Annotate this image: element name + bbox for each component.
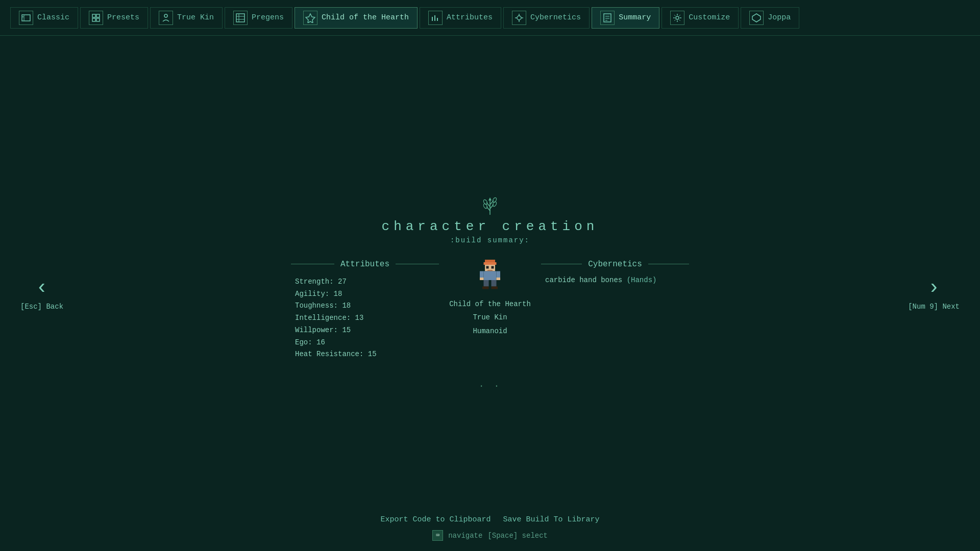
svg-rect-42 bbox=[487, 270, 493, 271]
left-arrow-icon: ‹ bbox=[36, 277, 48, 299]
build-summary-label: :build summary: bbox=[450, 236, 530, 244]
svg-rect-37 bbox=[485, 260, 495, 262]
nav-item-presets[interactable]: Presets bbox=[80, 7, 148, 29]
back-label: [Esc] Back bbox=[20, 303, 63, 311]
identity-type: Humanoid bbox=[449, 324, 531, 338]
plant-icon bbox=[478, 195, 502, 216]
nav-label-summary: Summary bbox=[619, 13, 651, 22]
attributes-header-text: Attributes bbox=[334, 260, 396, 269]
main-content: ‹ [Esc] Back › [Num 9] Next bbox=[0, 36, 980, 551]
attr-toughness: Toughness: 18 bbox=[295, 300, 439, 312]
attributes-list: Strength: 27 Agility: 18 Toughness: 18 I… bbox=[291, 276, 439, 361]
nav-item-summary[interactable]: Summary bbox=[592, 7, 659, 29]
columns-layout: Attributes Strength: 27 Agility: 18 Toug… bbox=[291, 260, 689, 361]
attributes-column: Attributes Strength: 27 Agility: 18 Toug… bbox=[291, 260, 439, 361]
svg-marker-32 bbox=[488, 197, 492, 201]
cybernetics-header-line-left bbox=[541, 264, 582, 264]
attr-willpower: Willpower: 15 bbox=[295, 324, 439, 337]
svg-rect-43 bbox=[484, 271, 497, 280]
nav-label-classic: Classic bbox=[37, 13, 69, 22]
nav-item-cybernetics[interactable]: Cybernetics bbox=[503, 7, 590, 29]
svg-point-16 bbox=[517, 16, 521, 20]
pregens-icon bbox=[233, 11, 248, 25]
nav-label-child-of-hearth: Child of the Hearth bbox=[322, 13, 409, 22]
cybernetics-icon bbox=[512, 11, 526, 25]
svg-rect-3 bbox=[92, 14, 95, 17]
nav-item-joppa[interactable]: Joppa bbox=[741, 7, 799, 29]
svg-rect-47 bbox=[497, 278, 501, 280]
select-hint: [Space] select bbox=[487, 532, 548, 540]
center-panel: character creation :build summary: Attri… bbox=[0, 195, 980, 392]
svg-rect-0 bbox=[22, 15, 30, 21]
svg-rect-44 bbox=[480, 271, 484, 278]
svg-marker-26 bbox=[752, 14, 761, 22]
cybernetics-header: Cybernetics bbox=[541, 260, 689, 269]
nav-label-attributes: Attributes bbox=[447, 13, 493, 22]
customize-icon bbox=[670, 11, 684, 25]
summary-icon bbox=[600, 11, 615, 25]
bottom-actions: Export Code to Clipboard Save Build To L… bbox=[380, 515, 599, 524]
character-identity-column: Child of the Hearth True Kin Humanoid bbox=[439, 260, 541, 338]
true-kin-icon bbox=[159, 11, 173, 25]
attr-strength: Strength: 27 bbox=[295, 276, 439, 288]
next-label: [Num 9] Next bbox=[908, 303, 960, 311]
svg-rect-41 bbox=[492, 266, 494, 268]
nav-label-pregens: Pregens bbox=[252, 13, 284, 22]
attr-heat-resistance: Heat Resistance: 15 bbox=[295, 348, 439, 361]
top-navigation: Classic Presets True Kin Pregens Child o… bbox=[0, 0, 980, 36]
identity-kin: True Kin bbox=[449, 311, 531, 324]
right-arrow-icon: › bbox=[928, 277, 940, 299]
nav-item-pregens[interactable]: Pregens bbox=[225, 7, 292, 29]
nav-label-true-kin: True Kin bbox=[177, 13, 214, 22]
keyboard-hints: ⌨ navigate [Space] select bbox=[432, 530, 548, 541]
svg-rect-21 bbox=[604, 14, 611, 22]
title-area: character creation :build summary: bbox=[382, 195, 599, 244]
attr-ego: Ego: 16 bbox=[295, 337, 439, 349]
svg-rect-48 bbox=[484, 280, 489, 287]
nav-item-child-of-hearth[interactable]: Child of the Hearth bbox=[295, 7, 418, 29]
nav-item-true-kin[interactable]: True Kin bbox=[150, 7, 223, 29]
nav-label-cybernetics: Cybernetics bbox=[530, 13, 581, 22]
character-sprite bbox=[476, 260, 504, 290]
cybernetics-item-0: carbide hand bones (Hands) bbox=[541, 276, 689, 284]
attr-intelligence: Intelligence: 13 bbox=[295, 312, 439, 324]
header-line-right bbox=[396, 264, 439, 264]
svg-rect-8 bbox=[236, 14, 244, 22]
cybernetics-item-tag: (Hands) bbox=[627, 276, 657, 284]
svg-rect-45 bbox=[497, 271, 501, 278]
export-code-button[interactable]: Export Code to Clipboard bbox=[380, 515, 491, 524]
svg-rect-6 bbox=[96, 18, 100, 21]
svg-rect-38 bbox=[484, 262, 497, 265]
svg-point-25 bbox=[676, 16, 679, 19]
keyboard-icon: ⌨ bbox=[432, 530, 443, 541]
cybernetics-header-line-right bbox=[648, 264, 689, 264]
svg-line-28 bbox=[486, 207, 490, 211]
child-of-hearth-icon bbox=[303, 11, 317, 25]
loading-indicator: · · bbox=[479, 381, 501, 391]
nav-item-attributes[interactable]: Attributes bbox=[420, 7, 501, 29]
classic-icon bbox=[19, 11, 33, 25]
navigate-hint: navigate bbox=[448, 532, 482, 540]
cybernetics-item-name: carbide hand bones bbox=[545, 276, 627, 284]
next-navigation[interactable]: › [Num 9] Next bbox=[908, 277, 960, 311]
svg-rect-50 bbox=[482, 286, 489, 289]
svg-point-7 bbox=[164, 14, 167, 17]
nav-item-customize[interactable]: Customize bbox=[662, 7, 739, 29]
joppa-icon bbox=[749, 11, 764, 25]
svg-rect-5 bbox=[92, 18, 95, 21]
cybernetics-header-text: Cybernetics bbox=[582, 260, 648, 269]
attributes-header: Attributes bbox=[291, 260, 439, 269]
identity-info: Child of the Hearth True Kin Humanoid bbox=[449, 297, 531, 338]
svg-rect-46 bbox=[480, 278, 484, 280]
svg-marker-12 bbox=[306, 14, 315, 23]
header-line-left bbox=[291, 264, 334, 264]
svg-rect-40 bbox=[486, 266, 489, 268]
nav-item-classic[interactable]: Classic bbox=[10, 7, 78, 29]
back-navigation[interactable]: ‹ [Esc] Back bbox=[20, 277, 63, 311]
svg-rect-4 bbox=[96, 14, 100, 17]
save-build-button[interactable]: Save Build To Library bbox=[503, 515, 600, 524]
svg-point-2 bbox=[22, 16, 23, 17]
attributes-icon bbox=[428, 11, 443, 25]
presets-icon bbox=[89, 11, 103, 25]
identity-hearth: Child of the Hearth bbox=[449, 297, 531, 311]
